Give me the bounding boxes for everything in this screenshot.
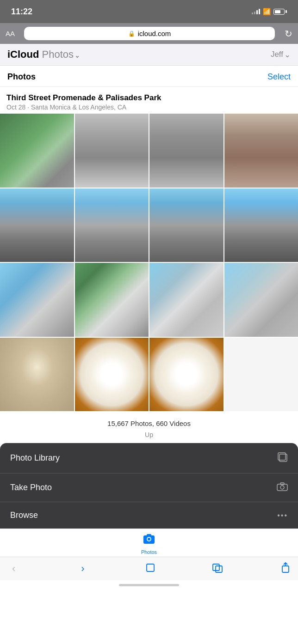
photo-cell[interactable] bbox=[0, 188, 74, 262]
photo-cell[interactable] bbox=[75, 188, 149, 262]
svg-rect-10 bbox=[213, 564, 219, 571]
popup-photo-library-label: Photo Library bbox=[10, 453, 60, 463]
photo-cell[interactable] bbox=[149, 188, 224, 262]
photo-cell[interactable] bbox=[149, 338, 224, 412]
back-button[interactable]: ‹ bbox=[7, 561, 20, 577]
svg-rect-7 bbox=[147, 534, 151, 536]
photo-cell[interactable] bbox=[75, 114, 149, 188]
share2-button[interactable] bbox=[280, 562, 291, 576]
popup-take-photo-label: Take Photo bbox=[10, 483, 52, 492]
upload-hint: Up bbox=[0, 431, 298, 443]
bottom-popup: Photo Library Take Photo Browse ••• bbox=[0, 443, 298, 529]
home-bar bbox=[119, 584, 179, 586]
photo-cell[interactable] bbox=[149, 263, 224, 337]
wifi-icon: 📶 bbox=[263, 8, 271, 15]
photo-cell[interactable] bbox=[224, 188, 298, 262]
signal-icon bbox=[252, 9, 260, 14]
top-nav: iCloud Photos⌄ Jeff ⌄ bbox=[0, 44, 298, 66]
share-button[interactable] bbox=[145, 563, 155, 575]
home-indicator bbox=[0, 580, 298, 589]
photo-cell[interactable] bbox=[75, 338, 149, 412]
photo-count-label: 15,667 Photos, 660 Videos bbox=[107, 419, 191, 427]
icloud-brand[interactable]: iCloud Photos⌄ bbox=[7, 49, 80, 61]
popup-browse[interactable]: Browse ••• bbox=[0, 502, 298, 529]
photo-cell[interactable] bbox=[75, 263, 149, 337]
status-icons: 📶 bbox=[252, 8, 287, 15]
tab-photos-label: Photos bbox=[141, 549, 157, 555]
browser-aa-button[interactable]: AA bbox=[6, 30, 19, 37]
svg-rect-9 bbox=[147, 564, 154, 571]
battery-icon bbox=[273, 9, 287, 15]
photo-cell[interactable] bbox=[224, 114, 298, 188]
tab-bar: Photos bbox=[0, 529, 298, 557]
camera-icon bbox=[277, 482, 288, 493]
svg-rect-2 bbox=[277, 484, 287, 491]
user-label: Jeff bbox=[271, 50, 283, 59]
photos-tab-icon bbox=[143, 533, 155, 548]
forward-button[interactable]: › bbox=[76, 561, 89, 577]
browser-nav: ‹ › bbox=[0, 557, 298, 580]
bookmarks-button[interactable] bbox=[212, 563, 224, 575]
svg-point-3 bbox=[280, 486, 284, 489]
icloud-label: iCloud bbox=[7, 49, 39, 60]
browser-bar: AA 🔒 icloud.com ↻ bbox=[0, 23, 298, 44]
brand-chevron-icon: ⌄ bbox=[74, 52, 80, 59]
photo-cell[interactable] bbox=[0, 338, 74, 412]
status-time: 11:22 bbox=[11, 7, 32, 17]
photo-cell[interactable] bbox=[0, 114, 74, 188]
photos-label: Photos bbox=[39, 49, 74, 60]
photo-cell[interactable] bbox=[0, 263, 74, 337]
photos-title: Photos bbox=[7, 72, 36, 82]
user-menu[interactable]: Jeff ⌄ bbox=[271, 50, 291, 60]
popup-browse-label: Browse bbox=[10, 510, 38, 520]
upload-hint-label: Up bbox=[145, 431, 153, 438]
tab-photos[interactable]: Photos bbox=[135, 533, 163, 555]
photo-cell-empty bbox=[224, 338, 298, 412]
photo-library-icon bbox=[277, 451, 288, 465]
select-button[interactable]: Select bbox=[267, 72, 291, 82]
photo-cell[interactable] bbox=[149, 114, 224, 188]
svg-point-8 bbox=[148, 538, 150, 541]
svg-rect-12 bbox=[282, 566, 289, 572]
popup-photo-library[interactable]: Photo Library bbox=[0, 443, 298, 474]
photo-count: 15,667 Photos, 660 Videos bbox=[0, 411, 298, 431]
svg-rect-11 bbox=[216, 566, 222, 572]
lock-icon: 🔒 bbox=[128, 30, 135, 37]
photos-header: Photos Select bbox=[0, 66, 298, 87]
photo-grid bbox=[0, 114, 298, 411]
ellipsis-icon: ••• bbox=[277, 511, 288, 520]
browser-url-bar[interactable]: 🔒 icloud.com bbox=[24, 27, 275, 40]
svg-rect-4 bbox=[280, 483, 284, 485]
section-title: Third Street Promenade & Palisades Park bbox=[6, 93, 292, 103]
user-chevron-icon: ⌄ bbox=[284, 50, 291, 60]
status-bar: 11:22 📶 bbox=[0, 0, 298, 23]
section-subtitle: Oct 28 · Santa Monica & Los Angeles, CA bbox=[6, 103, 292, 111]
url-text: icloud.com bbox=[138, 30, 171, 37]
photo-cell[interactable] bbox=[224, 263, 298, 337]
popup-take-photo[interactable]: Take Photo bbox=[0, 474, 298, 502]
section-heading: Third Street Promenade & Palisades Park … bbox=[0, 87, 298, 114]
refresh-button[interactable]: ↻ bbox=[279, 28, 292, 39]
